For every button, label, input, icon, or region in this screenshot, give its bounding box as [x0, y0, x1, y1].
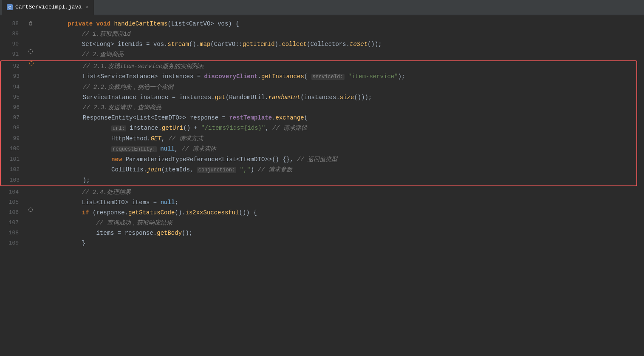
table-row: 90 Set<Long> itemIds = vos.stream().map(… [0, 39, 644, 49]
gutter-at-88: @ [25, 19, 36, 29]
line-number-102: 102 [1, 165, 26, 175]
table-row: 93 List<ServiceInstance> instances = dis… [1, 71, 636, 82]
table-row: 107 // 查询成功，获取响应结果 [0, 218, 644, 228]
code-line-99: HttpMethod.GET, // 请求方式 [37, 134, 636, 144]
file-tab[interactable]: C CartServiceImpl.java × [2, 0, 94, 15]
table-row: 91 // 2.查询商品 [0, 49, 644, 60]
table-row: 101 new ParameterizedTypeReference<List<… [1, 154, 636, 165]
code-area: 88 @ private void handleCartItems(List<C… [0, 15, 644, 356]
gutter-106 [25, 208, 36, 212]
code-line-98: url: instance.getUri() + "/items?ids={id… [37, 123, 636, 134]
line-number-89: 89 [0, 29, 25, 39]
line-number-97: 97 [1, 113, 26, 123]
table-row: 106 if (response.getStatusCode().is2xxSu… [0, 208, 644, 218]
code-line-109: } [36, 238, 644, 248]
table-row: 103 ); [1, 175, 636, 185]
table-row: 100 requestEntity: null, // 请求实体 [1, 144, 636, 154]
table-row: 89 // 1.获取商品id [0, 29, 644, 39]
code-line-105: List<ItemDTO> items = null; [36, 197, 644, 208]
line-number-96: 96 [1, 103, 26, 113]
code-line-93: List<ServiceInstance> instances = discov… [37, 71, 636, 82]
table-row: 92 // 2.1.发现item-service服务的实例列表 [1, 61, 636, 71]
line-number-88: 88 [0, 19, 25, 29]
tab-close-button[interactable]: × [86, 5, 89, 10]
line-number-103: 103 [1, 175, 26, 185]
line-number-91: 91 [0, 49, 25, 60]
gutter-92 [26, 61, 37, 66]
code-line-100: requestEntity: null, // 请求实体 [37, 144, 636, 154]
code-line-95: ServiceInstance instance = instances.get… [37, 92, 636, 103]
highlight-block: 92 // 2.1.发现item-service服务的实例列表 93 List<… [0, 60, 637, 186]
table-row: 109 } [0, 238, 644, 248]
line-number-106: 106 [0, 208, 25, 218]
code-line-90: Set<Long> itemIds = vos.stream().map(Car… [36, 39, 644, 49]
code-line-106: if (response.getStatusCode().is2xxSucces… [36, 208, 644, 218]
line-number-108: 108 [0, 228, 25, 238]
table-row: 99 HttpMethod.GET, // 请求方式 [1, 134, 636, 144]
editor-container: C CartServiceImpl.java × 88 @ private vo… [0, 0, 644, 356]
table-row: 88 @ private void handleCartItems(List<C… [0, 19, 644, 29]
code-line-107: // 查询成功，获取响应结果 [36, 218, 644, 228]
table-row: 102 CollUtils.join(itemIds, conjunction:… [1, 165, 636, 175]
table-row: 98 url: instance.getUri() + "/items?ids=… [1, 123, 636, 134]
line-number-105: 105 [0, 197, 25, 208]
line-number-95: 95 [1, 92, 26, 103]
line-number-92: 92 [1, 61, 26, 71]
tab-bar: C CartServiceImpl.java × [0, 0, 644, 15]
table-row: 104 // 2.4.处理结果 [0, 187, 644, 197]
line-number-100: 100 [1, 144, 26, 154]
line-number-109: 109 [0, 238, 25, 248]
code-line-108: items = response.getBody(); [36, 228, 644, 238]
table-row: 105 List<ItemDTO> items = null; [0, 197, 644, 208]
code-line-97: ResponseEntity<List<ItemDTO>> response =… [37, 113, 636, 123]
code-line-96: // 2.3.发送请求，查询商品 [37, 103, 636, 113]
line-number-104: 104 [0, 187, 25, 197]
line-number-98: 98 [1, 123, 26, 133]
code-line-94: // 2.2.负载均衡，挑选一个实例 [37, 82, 636, 92]
table-row: 94 // 2.2.负载均衡，挑选一个实例 [1, 82, 636, 92]
table-row: 95 ServiceInstance instance = instances.… [1, 92, 636, 103]
code-line-91: // 2.查询商品 [36, 49, 644, 60]
code-line-88: private void handleCartItems(List<CartVO… [36, 19, 644, 29]
table-row: 108 items = response.getBody(); [0, 228, 644, 238]
code-line-104: // 2.4.处理结果 [36, 187, 644, 197]
line-number-101: 101 [1, 154, 26, 165]
table-row: 96 // 2.3.发送请求，查询商品 [1, 103, 636, 113]
java-icon: C [7, 4, 13, 10]
code-line-101: new ParameterizedTypeReference<List<Item… [37, 154, 636, 165]
line-number-99: 99 [1, 134, 26, 144]
line-number-107: 107 [0, 218, 25, 228]
line-number-93: 93 [1, 71, 26, 82]
table-row: 97 ResponseEntity<List<ItemDTO>> respons… [1, 113, 636, 123]
gutter-91 [25, 49, 36, 54]
code-line-103: ); [37, 175, 636, 185]
line-number-94: 94 [1, 82, 26, 92]
code-line-89: // 1.获取商品id [36, 29, 644, 39]
line-number-90: 90 [0, 39, 25, 49]
tab-label: CartServiceImpl.java [15, 4, 82, 10]
code-line-92: // 2.1.发现item-service服务的实例列表 [37, 61, 636, 71]
code-line-102: CollUtils.join(itemIds, conjunction: ","… [37, 165, 636, 175]
